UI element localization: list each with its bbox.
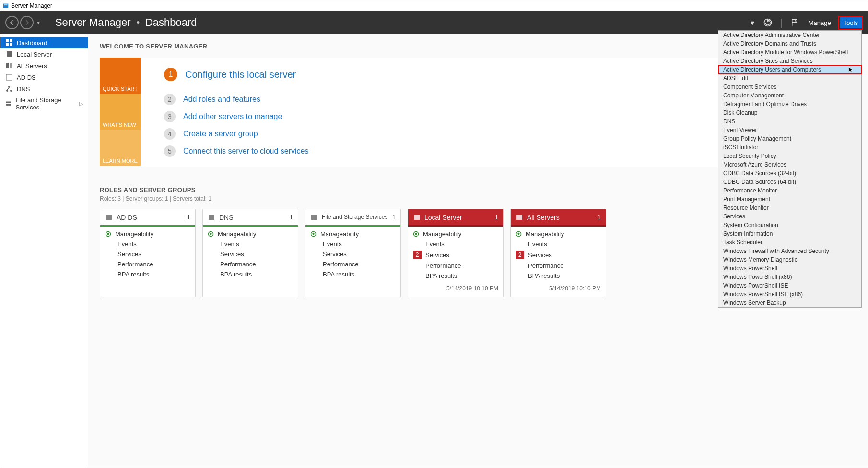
task-link[interactable]: Configure this local server xyxy=(185,69,296,80)
task-link[interactable]: Add roles and features xyxy=(183,95,260,104)
tile-performance[interactable]: Performance xyxy=(105,261,190,268)
tools-menu-item[interactable]: Print Management xyxy=(718,195,861,204)
sidebar-item-local-server[interactable]: Local Server xyxy=(0,48,88,60)
tile-bpa[interactable]: BPA results xyxy=(310,271,396,278)
tile-services[interactable]: Services xyxy=(208,251,293,258)
svg-rect-20 xyxy=(414,215,420,220)
tile-bpa[interactable]: BPA results xyxy=(413,272,498,279)
role-tile[interactable]: File and Storage Services 1 ⦿Manageabili… xyxy=(305,209,401,297)
role-tile[interactable]: AD DS 1 ⦿Manageability Events Services P… xyxy=(100,209,196,297)
tools-menu-item[interactable]: Active Directory Administrative Center xyxy=(718,31,861,39)
tile-bpa[interactable]: BPA results xyxy=(208,271,293,278)
tab-quick-start[interactable]: QUICK START xyxy=(100,58,141,94)
nav-history-dropdown[interactable]: ▼ xyxy=(36,20,41,25)
role-tile[interactable]: DNS 1 ⦿Manageability Events Services Per… xyxy=(202,209,298,297)
svg-rect-16 xyxy=(6,104,11,106)
tools-menu-item[interactable]: Windows PowerShell ISE (x86) xyxy=(718,290,861,299)
tile-bpa[interactable]: BPA results xyxy=(105,271,190,278)
tools-menu-item[interactable]: Component Services xyxy=(718,83,861,91)
tools-menu-item[interactable]: DNS xyxy=(718,117,861,126)
tools-menu-item[interactable]: Windows Server Backup xyxy=(718,299,861,307)
tools-menu-item[interactable]: iSCSI Initiator xyxy=(718,143,861,152)
manage-menu[interactable]: Manage xyxy=(805,17,835,28)
tools-menu-item[interactable]: Resource Monitor xyxy=(718,204,861,212)
tools-menu-button[interactable]: Tools xyxy=(840,17,862,28)
status-ok-icon: ⦿ xyxy=(516,230,522,238)
tile-manageability[interactable]: ⦿Manageability xyxy=(516,230,601,238)
tile-performance[interactable]: Performance xyxy=(516,262,601,269)
sidebar-item-dns[interactable]: DNS xyxy=(0,83,88,95)
tools-menu-item[interactable]: Disk Cleanup xyxy=(718,108,861,117)
tile-events[interactable]: Events xyxy=(516,240,601,248)
tools-menu-item[interactable]: Active Directory Module for Windows Powe… xyxy=(718,48,861,57)
tools-menu-item[interactable]: Windows PowerShell (x86) xyxy=(718,273,861,281)
tools-menu-item[interactable]: ODBC Data Sources (64-bit) xyxy=(718,178,861,186)
tools-menu-item[interactable]: System Information xyxy=(718,229,861,238)
notifications-flag-icon[interactable] xyxy=(789,17,800,28)
tile-count: 1 xyxy=(392,214,396,221)
tile-events[interactable]: Events xyxy=(310,240,396,248)
tile-icon xyxy=(105,214,113,221)
tile-services[interactable]: 2Services xyxy=(413,251,498,259)
tools-menu-item[interactable]: Computer Management xyxy=(718,91,861,100)
sidebar-item-ad-ds[interactable]: AD DS xyxy=(0,72,88,83)
tools-menu-item[interactable]: Performance Monitor xyxy=(718,186,861,195)
role-tile[interactable]: All Servers 1 ⦿Manageability Events 2Ser… xyxy=(510,209,606,297)
tile-manageability[interactable]: ⦿Manageability xyxy=(105,230,190,238)
tab-whats-new[interactable]: WHAT'S NEW xyxy=(100,94,141,130)
role-tile[interactable]: Local Server 1 ⦿Manageability Events 2Se… xyxy=(408,209,504,297)
tile-events[interactable]: Events xyxy=(413,240,498,248)
sidebar: Dashboard Local Server All Servers AD DS… xyxy=(0,34,88,468)
task-link[interactable]: Create a server group xyxy=(183,130,258,138)
tile-manageability[interactable]: ⦿Manageability xyxy=(413,230,498,238)
tools-menu-item[interactable]: Microsoft Azure Services xyxy=(718,160,861,169)
tools-menu-item[interactable]: Windows Memory Diagnostic xyxy=(718,255,861,264)
nav-back-button[interactable] xyxy=(5,16,19,29)
tools-menu-item[interactable]: System Configuration xyxy=(718,221,861,229)
sidebar-item-label: All Servers xyxy=(17,62,47,70)
tools-menu-item[interactable]: Services xyxy=(718,212,861,221)
breadcrumb-app[interactable]: Server Manager xyxy=(55,16,131,29)
tools-menu-item[interactable]: ADSI Edit xyxy=(718,74,861,83)
tools-menu-item[interactable]: Local Security Policy xyxy=(718,152,861,160)
tools-dropdown-menu: Active Directory Administrative CenterAc… xyxy=(718,30,862,308)
refresh-icon[interactable] xyxy=(762,17,773,28)
tile-services[interactable]: Services xyxy=(105,251,190,258)
sidebar-item-dashboard[interactable]: Dashboard xyxy=(0,37,88,48)
nav-forward-button[interactable] xyxy=(20,16,34,29)
tile-bpa[interactable]: BPA results xyxy=(516,272,601,279)
sidebar-item-all-servers[interactable]: All Servers xyxy=(0,60,88,72)
task-link[interactable]: Connect this server to cloud services xyxy=(183,147,308,156)
tile-performance[interactable]: Performance xyxy=(413,262,498,269)
tile-services[interactable]: 2Services xyxy=(516,251,601,259)
tile-manageability[interactable]: ⦿Manageability xyxy=(310,230,396,238)
tools-menu-item[interactable]: ODBC Data Sources (32-bit) xyxy=(718,169,861,178)
tools-menu-item[interactable]: Task Scheduler xyxy=(718,238,861,247)
tile-title: DNS xyxy=(219,214,234,221)
status-ok-icon: ⦿ xyxy=(413,230,419,238)
tools-menu-item[interactable]: Active Directory Sites and Services xyxy=(718,57,861,65)
tile-events[interactable]: Events xyxy=(105,240,190,248)
tools-menu-item[interactable]: Active Directory Domains and Trusts xyxy=(718,39,861,48)
sidebar-item-file-storage[interactable]: File and Storage Services ▷ xyxy=(0,95,88,113)
tools-menu-item[interactable]: Event Viewer xyxy=(718,126,861,134)
tile-performance[interactable]: Performance xyxy=(208,261,293,268)
svg-rect-1 xyxy=(4,4,8,5)
tab-learn-more[interactable]: LEARN MORE xyxy=(100,130,141,166)
storage-icon xyxy=(5,100,12,108)
tools-menu-item[interactable]: Windows Firewall with Advanced Security xyxy=(718,247,861,255)
tools-menu-item[interactable]: Active Directory Users and Computers xyxy=(718,65,861,74)
tools-menu-item[interactable]: Group Policy Management xyxy=(718,134,861,143)
svg-rect-21 xyxy=(516,215,522,220)
tile-performance[interactable]: Performance xyxy=(310,261,396,268)
tools-menu-item[interactable]: Windows PowerShell ISE xyxy=(718,281,861,290)
tools-menu-item[interactable]: Windows PowerShell xyxy=(718,264,861,273)
task-link[interactable]: Add other servers to manage xyxy=(183,112,282,121)
svg-rect-18 xyxy=(209,215,214,220)
tile-services[interactable]: Services xyxy=(310,251,396,258)
header-dropdown-icon[interactable]: ▾ xyxy=(747,17,758,28)
tools-menu-item[interactable]: Defragment and Optimize Drives xyxy=(718,100,861,108)
tile-manageability[interactable]: ⦿Manageability xyxy=(208,230,293,238)
svg-rect-19 xyxy=(311,215,317,220)
tile-events[interactable]: Events xyxy=(208,240,293,248)
